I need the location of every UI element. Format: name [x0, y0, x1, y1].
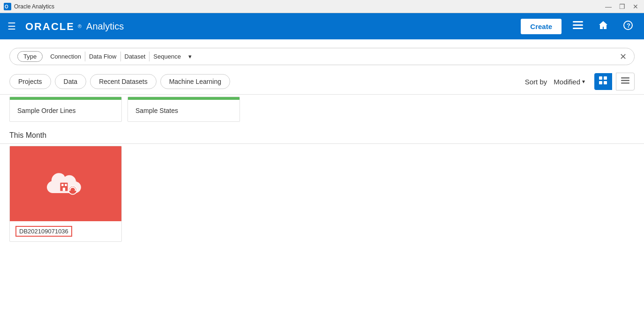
svg-rect-12 — [621, 77, 629, 79]
oracle-logo: ORACLE ® Analytics — [25, 20, 124, 33]
restore-button[interactable]: ❐ — [617, 3, 627, 10]
help-icon[interactable]: ? — [620, 19, 637, 34]
svg-rect-16 — [61, 184, 63, 186]
svg-rect-14 — [621, 82, 629, 84]
filter-connection[interactable]: Connection — [46, 52, 85, 61]
nav-menu-icon[interactable] — [569, 19, 587, 34]
sort-arrow-icon[interactable]: ▾ — [582, 78, 585, 85]
svg-rect-11 — [604, 81, 607, 84]
svg-rect-13 — [621, 80, 629, 82]
analytics-label: Analytics — [86, 21, 124, 32]
filter-bar: Type Connection Data Flow Dataset Sequen… — [9, 48, 635, 65]
main-content: Type Connection Data Flow Dataset Sequen… — [0, 39, 644, 329]
svg-text:O: O — [5, 4, 8, 9]
minimize-button[interactable]: — — [603, 3, 614, 10]
connection-card-name: DB202109071036 — [15, 226, 72, 237]
filter-dataflow[interactable]: Data Flow — [85, 52, 121, 61]
tab-recent-datasets[interactable]: Recent Datasets — [90, 74, 157, 89]
svg-rect-10 — [599, 81, 602, 84]
recent-cards-row: Sample Order Lines Sample States — [9, 97, 635, 122]
svg-rect-3 — [573, 21, 583, 22]
cloud-building-icon — [47, 170, 84, 198]
this-month-cards-row: DB202109071036 — [9, 146, 635, 242]
title-bar: O Oracle Analytics — ❐ ✕ — [0, 0, 644, 13]
window-title: Oracle Analytics — [14, 3, 603, 10]
svg-text:ORACLE: ORACLE — [25, 21, 75, 32]
tab-bar: Projects Data Recent Datasets Machine Le… — [0, 65, 644, 94]
card-body: Sample States — [128, 100, 240, 121]
connection-card-db[interactable]: DB202109071036 — [9, 146, 122, 242]
svg-rect-18 — [63, 187, 65, 191]
this-month-heading: This Month — [0, 124, 644, 143]
hamburger-menu-icon[interactable]: ☰ — [7, 21, 16, 32]
create-button[interactable]: Create — [521, 19, 562, 34]
svg-rect-17 — [65, 184, 67, 186]
tab-machine-learning[interactable]: Machine Learning — [160, 74, 230, 89]
filter-close-icon[interactable]: ✕ — [620, 52, 627, 62]
connection-card-footer: DB202109071036 — [10, 221, 121, 241]
home-icon[interactable] — [594, 18, 612, 35]
svg-rect-8 — [599, 76, 602, 80]
dataset-card-sample-order-lines[interactable]: Sample Order Lines — [9, 97, 122, 122]
cloud-icon-wrap — [47, 146, 84, 221]
top-navbar: ☰ ORACLE ® Analytics Create ? — [0, 13, 644, 39]
sort-container[interactable]: Modified ▾ — [554, 78, 585, 86]
tab-data[interactable]: Data — [55, 74, 87, 89]
app-icon: O — [4, 3, 11, 10]
filter-dropdown-icon[interactable]: ▾ — [185, 52, 195, 61]
filter-sequence[interactable]: Sequence — [150, 52, 185, 61]
sort-by-label: Sort by — [525, 78, 547, 86]
svg-rect-9 — [604, 76, 607, 80]
connection-card-image — [10, 146, 121, 221]
dataset-name: Sample Order Lines — [17, 107, 76, 114]
sort-value[interactable]: Modified — [554, 78, 580, 86]
svg-rect-5 — [573, 28, 583, 29]
registered-mark: ® — [78, 23, 82, 29]
dataset-card-sample-states[interactable]: Sample States — [127, 97, 240, 122]
close-button[interactable]: ✕ — [631, 3, 640, 10]
svg-rect-4 — [573, 24, 583, 26]
window-controls: — ❐ ✕ — [603, 3, 640, 10]
view-list-button[interactable] — [616, 73, 635, 90]
this-month-section: DB202109071036 — [0, 144, 644, 242]
dataset-name: Sample States — [135, 107, 178, 114]
card-body: Sample Order Lines — [10, 100, 121, 121]
view-grid-button[interactable] — [594, 73, 612, 90]
tab-projects[interactable]: Projects — [9, 74, 51, 89]
filter-dataset[interactable]: Dataset — [121, 52, 150, 61]
recent-cards-section: Sample Order Lines Sample States — [0, 95, 644, 122]
filter-type-label: Type — [17, 51, 43, 62]
svg-text:?: ? — [627, 22, 630, 29]
oracle-wordmark-svg: ORACLE — [25, 20, 77, 33]
